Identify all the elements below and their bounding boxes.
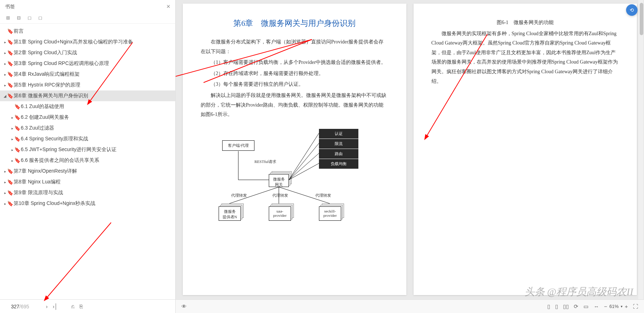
two-page-icon[interactable]: ▯▯ <box>563 303 569 310</box>
caret-icon[interactable]: ◢ <box>3 94 7 98</box>
svg-line-5 <box>289 163 319 180</box>
remove-bookmark-icon[interactable]: ⊟ <box>16 15 22 20</box>
bookmark-item[interactable]: 🔖前言 <box>0 26 175 37</box>
bookmark-icon: 🔖 <box>7 82 12 88</box>
zoom-out-icon[interactable]: − <box>604 303 607 309</box>
bookmark-icon: 🔖 <box>7 93 12 99</box>
bookmark-outline-icon[interactable]: ◻ <box>37 15 43 20</box>
bookmark-label: 6.2 创建Zuul网关服务 <box>21 114 69 121</box>
bookmark-item[interactable]: ▸🔖第8章 Nginx Lua编程 <box>0 177 175 187</box>
caret-icon[interactable]: ▸ <box>3 51 7 55</box>
bookmark-item[interactable]: ▸🔖6.6 服务提供者之间的会话共享关系 <box>0 155 175 166</box>
bookmark-item[interactable]: ▸🔖6.3 Zuul过滤器 <box>0 123 175 134</box>
caret-icon[interactable]: ▸ <box>3 180 7 184</box>
close-icon[interactable]: × <box>166 3 170 10</box>
bookmark-label: 前言 <box>14 28 24 34</box>
sidebar-footer: 327 /695 › ›│ ⎌ ⎘ <box>0 299 175 313</box>
bookmark-icon: 🔖 <box>7 168 12 174</box>
bookmark-item[interactable]: ▸🔖第5章 Hystrix RPC保护的原理 <box>0 80 175 90</box>
bookmark-label: 6.6 服务提供者之间的会话共享关系 <box>21 157 99 164</box>
add-bookmark-icon[interactable]: ⊞ <box>5 15 11 20</box>
bookmark-label: 第7章 Nginx/OpenResty详解 <box>14 168 77 174</box>
paragraph: （1）客户端需要进行负载均衡，从多个Provider中挑选最合适的微服务提供者。 <box>201 58 388 67</box>
paragraph: 在微服务分布式架构下，客户端（如浏览器）直接访问Provider服务提供者会存在… <box>201 37 388 56</box>
bookmark-icon: 🔖 <box>7 50 12 56</box>
bookmark-list[interactable]: 🔖前言▸🔖第1章 Spring Cloud+Nginx高并发核心编程的学习准备▸… <box>0 24 175 299</box>
bookmark-item[interactable]: ◢🔖第6章 微服务网关与用户身份识别 <box>0 90 175 101</box>
scrollbar-thumb[interactable] <box>640 3 643 35</box>
bookmark-item[interactable]: ▸🔖第3章 Spring Cloud RPC远程调用核心原理 <box>0 58 175 69</box>
bookmark-icon: 🔖 <box>14 136 19 142</box>
caret-icon[interactable]: ▸ <box>10 148 14 152</box>
bookmark-label: 第4章 RxJava响应式编程框架 <box>14 71 80 78</box>
bookmark-label: 第9章 限流原理与实战 <box>14 190 63 196</box>
bookmark-label: 6.3 Zuul过滤器 <box>21 125 54 131</box>
bookmark-item[interactable]: 🔖6.1 Zuul的基础使用 <box>0 101 175 112</box>
svg-line-2 <box>289 133 319 180</box>
bookmark-item[interactable]: ▸🔖6.2 创建Zuul网关服务 <box>0 112 175 123</box>
last-page-icon[interactable]: ›│ <box>51 303 59 310</box>
bookmark-toolbar: ⊞ ⊟ ◻ ◻ <box>0 13 175 24</box>
caret-icon[interactable]: ▸ <box>3 191 7 195</box>
bookmark-icon: 🔖 <box>7 39 12 45</box>
bookmark-icon: 🔖 <box>14 158 19 163</box>
caret-icon[interactable]: ▸ <box>3 169 7 173</box>
fullscreen-icon[interactable]: ⛶ <box>633 303 638 309</box>
caret-icon[interactable]: ▸ <box>3 73 7 76</box>
page-total: /695 <box>19 304 29 309</box>
bookmark-item[interactable]: ▸🔖第2章 Spring Cloud入门实战 <box>0 47 175 58</box>
svg-line-4 <box>289 153 319 180</box>
back-icon[interactable]: ⎌ <box>70 303 76 310</box>
page-right: 图6-1 微服务网关的功能 微服务网关的实现框架有多种，Spring Cloud… <box>414 4 637 295</box>
document-viewport[interactable]: 第6章 微服务网关与用户身份识别 在微服务分布式架构下，客户端（如浏览器）直接访… <box>176 0 644 313</box>
bookmark-item[interactable]: ▸🔖6.4 Spring Security原理和实战 <box>0 134 175 144</box>
bookmark-icon: 🔖 <box>14 115 19 120</box>
caret-icon[interactable]: ▸ <box>3 62 7 66</box>
bookmark-label: 第6章 微服务网关与用户身份识别 <box>14 93 88 99</box>
caret-icon[interactable]: ▸ <box>3 202 7 206</box>
bookmark-label: 第10章 Spring Cloud+Nginx秒杀实战 <box>14 200 95 207</box>
fit-page-icon[interactable]: ▭ <box>583 303 588 310</box>
bookmark-icon: 🔖 <box>14 147 19 153</box>
single-page-icon[interactable]: ▯ <box>547 303 550 310</box>
bookmark-item[interactable]: ▸🔖第1章 Spring Cloud+Nginx高并发核心编程的学习准备 <box>0 37 175 47</box>
bookmark-label: 6.4 Spring Security原理和实战 <box>21 136 88 142</box>
next-page-icon[interactable]: › <box>44 303 49 310</box>
caret-icon[interactable]: ▸ <box>10 137 14 141</box>
zoom-value: 61% <box>609 304 619 309</box>
svg-line-8 <box>279 187 330 204</box>
bookmark-label: 6.5 JWT+Spring Security进行网关安全认证 <box>21 146 116 153</box>
architecture-diagram: 客户端/代理 RESTful请求 认证 限流 路由 负载均衡 微服务 网关 代理… <box>201 126 388 226</box>
page-current[interactable]: 327 <box>5 304 19 309</box>
bookmark-icon: 🔖 <box>7 71 12 77</box>
assistant-float-button[interactable]: ⟲ <box>626 4 638 16</box>
bookmark-item[interactable]: ▸🔖第9章 限流原理与实战 <box>0 187 175 198</box>
bookmarks-sidebar: 书签 × ⊞ ⊟ ◻ ◻ 🔖前言▸🔖第1章 Spring Cloud+Nginx… <box>0 0 176 313</box>
bookmark-label: 第8章 Nginx Lua编程 <box>14 179 61 185</box>
scrollbar[interactable] <box>638 0 643 299</box>
zoom-in-icon[interactable]: + <box>625 303 628 309</box>
caret-icon[interactable]: ▸ <box>10 159 14 163</box>
bookmark-item[interactable]: ▸🔖第10章 Spring Cloud+Nginx秒杀实战 <box>0 198 175 209</box>
reflow-icon[interactable]: ⟳ <box>574 303 578 310</box>
forward-icon[interactable]: ⎘ <box>78 303 84 310</box>
bookmark-item[interactable]: ▸🔖6.5 JWT+Spring Security进行网关安全认证 <box>0 144 175 155</box>
fit-width-icon[interactable]: ↔ <box>593 303 599 309</box>
svg-line-3 <box>289 143 319 180</box>
caret-icon[interactable]: ▸ <box>3 40 7 44</box>
bookmark-label: 6.1 Zuul的基础使用 <box>21 103 64 110</box>
continuous-icon[interactable]: ▯ <box>555 303 558 310</box>
bookmark-icon[interactable]: ◻ <box>27 15 32 20</box>
bookmark-item[interactable]: ▸🔖第4章 RxJava响应式编程框架 <box>0 69 175 80</box>
paragraph: 微服务网关的实现框架有多种，Spring Cloud全家桶中比较常用的有Zuul… <box>431 29 619 87</box>
caret-icon[interactable]: ▸ <box>10 116 14 120</box>
caret-icon[interactable]: ▸ <box>3 83 7 87</box>
bookmark-label: 第5章 Hystrix RPC保护的原理 <box>14 82 80 88</box>
bookmark-item[interactable]: ▸🔖第7章 Nginx/OpenResty详解 <box>0 166 175 177</box>
zoom-control[interactable]: − 61% ▾ + <box>604 303 628 309</box>
bookmark-icon: 🔖 <box>14 104 19 109</box>
paragraph: （2）存在跨域请求时，服务端需要进行额外处理。 <box>201 69 388 79</box>
caret-icon[interactable]: ▸ <box>10 126 14 130</box>
eye-icon[interactable]: 👁 <box>181 303 187 309</box>
page-input[interactable]: 327 /695 <box>5 304 41 309</box>
